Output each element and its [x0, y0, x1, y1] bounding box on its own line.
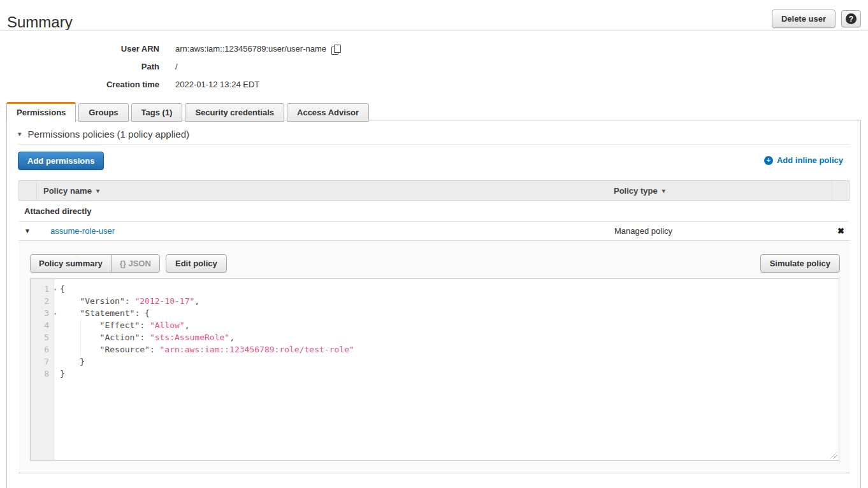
- editor-lines: 1▾ { 2 "Version": "2012-10-17", 3▾ "Stat…: [31, 283, 830, 380]
- line-number: 6: [31, 343, 54, 355]
- user-arn-label: User ARN: [0, 44, 159, 54]
- add-permissions-button[interactable]: Add permissions: [18, 152, 104, 170]
- triangle-down-icon: ▼: [24, 227, 31, 234]
- policy-type-header-label: Policy type: [614, 186, 658, 196]
- caret-down-icon: ▾: [662, 187, 665, 194]
- code-line: 3▾ "Statement": {: [31, 307, 830, 319]
- caret-down-icon: ▾: [96, 187, 99, 194]
- policy-name-link[interactable]: assume-role-user: [36, 226, 608, 236]
- edit-policy-button[interactable]: Edit policy: [166, 254, 227, 273]
- policy-summary-view-button[interactable]: Policy summary: [30, 254, 112, 273]
- path-row: Path /: [0, 62, 178, 71]
- permissions-policies-section-toggle[interactable]: ▾ Permissions policies (1 policy applied…: [18, 129, 189, 140]
- user-arn-value: arn:aws:iam::123456789:user/user-name: [175, 44, 326, 54]
- detach-policy-button[interactable]: ✖: [837, 226, 844, 236]
- iam-user-summary-page: Summary Delete user ? User ARN arn:aws:i…: [0, 0, 868, 488]
- caret-down-icon: ▾: [18, 130, 22, 138]
- line-number: 2: [31, 295, 54, 307]
- section-title: Permissions policies (1 policy applied): [28, 129, 189, 140]
- policy-name-header-label: Policy name: [43, 186, 92, 196]
- tab-access-advisor[interactable]: Access Advisor: [287, 103, 369, 122]
- permissions-tab-panel: ▾ Permissions policies (1 policy applied…: [6, 120, 861, 488]
- policy-type-value: Managed policy: [608, 226, 832, 236]
- line-number: 5: [31, 331, 54, 343]
- code-line: 6 "Resource": "arn:aws:iam::123456789:ro…: [31, 343, 830, 355]
- code-line: 2 "Version": "2012-10-17",: [31, 295, 830, 307]
- policy-name-column-header[interactable]: Policy name ▾: [37, 186, 607, 196]
- user-arn-row: User ARN arn:aws:iam::123456789:user/use…: [0, 44, 340, 54]
- header-divider: [0, 30, 868, 31]
- policy-table-row: ▼ assume-role-user Managed policy ✖: [18, 222, 850, 241]
- line-number: 3: [44, 308, 49, 318]
- page-title: Summary: [7, 13, 73, 31]
- creation-time-value: 2022-01-12 13:24 EDT: [175, 80, 259, 89]
- policies-table: Policy name ▾ Policy type ▾ Attached dir…: [18, 180, 850, 473]
- policy-json-editor[interactable]: 1▾ { 2 "Version": "2012-10-17", 3▾ "Stat…: [30, 278, 839, 461]
- line-number: 4: [31, 319, 54, 331]
- group-row-label: Attached directly: [24, 206, 91, 216]
- help-button[interactable]: ?: [841, 10, 861, 27]
- help-icon: ?: [846, 13, 857, 24]
- editor-resize-handle[interactable]: [830, 452, 837, 459]
- creation-time-row: Creation time 2022-01-12 13:24 EDT: [0, 80, 259, 89]
- row-expand-toggle[interactable]: ▼: [18, 227, 36, 234]
- actions-column-header: [832, 181, 849, 200]
- code-line: 1▾ {: [31, 283, 830, 295]
- delete-user-button[interactable]: Delete user: [772, 10, 835, 28]
- section-divider: [18, 144, 850, 145]
- policy-type-column-header[interactable]: Policy type ▾: [607, 186, 832, 196]
- json-view-button[interactable]: {} JSON: [111, 254, 160, 273]
- tab-groups[interactable]: Groups: [78, 103, 128, 122]
- policy-detail-expanded-area: Policy summary {} JSON Edit policy Simul…: [18, 241, 850, 473]
- policy-view-switcher: Policy summary {} JSON: [30, 254, 160, 273]
- fold-arrow-icon[interactable]: ▾: [54, 308, 57, 320]
- path-value: /: [175, 62, 178, 71]
- code-line: 4 "Effect": "Allow",: [31, 319, 830, 331]
- line-number: 8: [31, 368, 54, 380]
- tab-security-credentials[interactable]: Security credentials: [185, 103, 284, 122]
- fold-arrow-icon[interactable]: ▾: [54, 283, 57, 296]
- close-icon: ✖: [837, 226, 844, 236]
- copy-icon[interactable]: [331, 45, 340, 54]
- code-line: 5 "Action": "sts:AssumeRole",: [31, 331, 830, 343]
- add-inline-policy-link[interactable]: + Add inline policy: [764, 155, 843, 165]
- code-line: 8 }: [31, 368, 830, 380]
- simulate-policy-button[interactable]: Simulate policy: [760, 254, 840, 273]
- path-label: Path: [0, 62, 159, 71]
- line-number: 1: [44, 284, 49, 294]
- line-number: 7: [31, 355, 54, 368]
- creation-time-label: Creation time: [0, 80, 159, 89]
- plus-icon: +: [764, 156, 773, 165]
- tab-bar: Permissions Groups Tags (1) Security cre…: [6, 102, 369, 122]
- expand-column-header: [19, 181, 37, 200]
- tab-tags[interactable]: Tags (1): [131, 103, 183, 122]
- code-line: 7 }: [31, 355, 830, 368]
- tab-permissions[interactable]: Permissions: [6, 102, 76, 122]
- attached-directly-group-row: Attached directly: [18, 201, 850, 222]
- policies-table-header: Policy name ▾ Policy type ▾: [18, 180, 850, 201]
- add-inline-policy-label: Add inline policy: [777, 155, 843, 165]
- header-actions: Delete user ?: [772, 10, 861, 28]
